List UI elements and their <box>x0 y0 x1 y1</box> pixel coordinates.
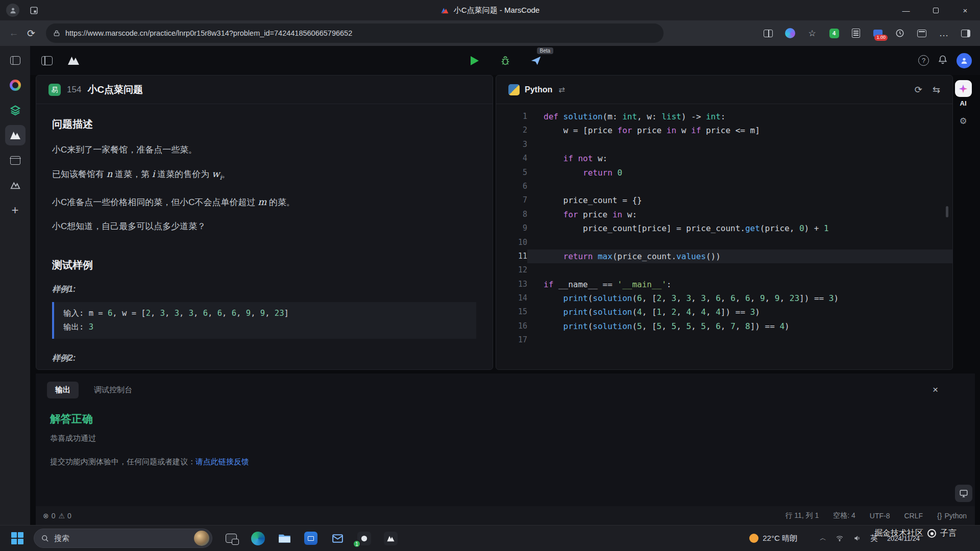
archive-app-icon[interactable] <box>5 150 26 170</box>
code-editor[interactable]: 1def solution(m: int, w: list) -> int:2 … <box>496 105 952 369</box>
split-screen-icon[interactable] <box>759 24 777 42</box>
history-icon[interactable] <box>891 24 909 42</box>
wifi-icon[interactable] <box>836 535 844 542</box>
ai-settings-icon[interactable]: ⚙ <box>959 116 967 127</box>
language-mode[interactable]: {} Python <box>937 512 967 520</box>
code-line[interactable]: 17 <box>496 333 952 347</box>
user-avatar[interactable] <box>957 53 972 68</box>
browser-tab[interactable]: 小C点菜问题 - MarsCode <box>440 0 540 20</box>
code-line[interactable]: 2 w = [price for price in w if price <= … <box>496 123 952 137</box>
refresh-button[interactable]: ⟳ <box>22 24 40 42</box>
notifications-icon[interactable] <box>938 55 948 67</box>
add-app-button[interactable]: + <box>5 200 26 220</box>
language-switch-icon[interactable]: ⇄ <box>558 85 565 94</box>
feedback-link[interactable]: 请点此链接反馈 <box>195 457 249 466</box>
url-text: https://www.marscode.cn/practice/lnrp0r1… <box>65 29 352 37</box>
explorer-taskbar-icon[interactable] <box>277 531 292 546</box>
problems-summary[interactable]: ⊗0 ⚠0 <box>36 512 71 520</box>
watermark: 掘金技术社区 子言 <box>874 528 957 539</box>
window-maximize-button[interactable] <box>921 0 950 20</box>
mail-taskbar-icon[interactable] <box>330 531 345 546</box>
browser-navbar: ← ⟳ https://www.marscode.cn/practice/lnr… <box>0 20 980 46</box>
marscode-logo[interactable] <box>66 55 81 67</box>
favorite-star-icon[interactable]: ☆ <box>803 24 821 42</box>
sidebar-collapse-icon[interactable] <box>41 56 53 65</box>
colorful-app-icon[interactable] <box>5 75 26 95</box>
folder-icon <box>278 532 291 545</box>
layers-app-icon[interactable] <box>5 100 26 120</box>
eol-setting[interactable]: CRLF <box>904 512 923 520</box>
run-controls: Beta <box>468 54 543 68</box>
cursor-position[interactable]: 行 11, 列 1 <box>785 511 819 520</box>
workspaces-icon[interactable] <box>30 6 38 15</box>
tab-debug-console[interactable]: 调试控制台 <box>94 385 132 395</box>
favorites-bar-icon[interactable] <box>913 24 931 42</box>
result-subtitle: 恭喜成功通过 <box>50 434 975 443</box>
help-icon[interactable]: ? <box>918 55 929 66</box>
code-line[interactable]: 3 <box>496 138 952 152</box>
example1-block: 输入: m = 6, w = [2, 3, 3, 3, 6, 6, 6, 9, … <box>52 302 476 339</box>
debug-button[interactable] <box>498 54 512 68</box>
weather-icon <box>749 534 758 543</box>
taskview-button[interactable] <box>224 531 239 546</box>
reset-code-icon[interactable]: ⟳ <box>915 84 922 95</box>
taskbar-search[interactable]: 搜索 <box>34 529 212 548</box>
notification-app-icon[interactable]: 1 <box>356 531 372 546</box>
volume-icon[interactable] <box>853 535 861 542</box>
code-line[interactable]: 16 print(solution(5, [5, 5, 5, 5, 6, 7, … <box>496 319 952 333</box>
code-line[interactable]: 14 print(solution(6, [2, 3, 3, 3, 6, 6, … <box>496 291 952 305</box>
tray-expand-icon[interactable]: ︿ <box>820 534 826 543</box>
submit-button[interactable]: Beta <box>529 54 543 68</box>
code-line[interactable]: 15 print(solution(4, [1, 2, 4, 4, 4]) ==… <box>496 305 952 319</box>
ai-assistant-button[interactable] <box>955 80 972 97</box>
copilot-icon[interactable] <box>781 24 799 42</box>
reading-list-icon[interactable] <box>847 24 865 42</box>
run-button[interactable] <box>468 54 482 68</box>
code-line[interactable]: 7 price_count = {} <box>496 193 952 207</box>
code-line[interactable]: 1def solution(m: int, w: list) -> int: <box>496 110 952 123</box>
code-line[interactable]: 11 return max(price_count.values()) <box>496 249 952 263</box>
store-taskbar-icon[interactable] <box>303 531 318 546</box>
mountain-app-icon[interactable] <box>5 175 26 195</box>
editor-scrollbar-thumb[interactable] <box>946 206 948 217</box>
indent-setting[interactable]: 空格: 4 <box>833 511 855 520</box>
window-minimize-button[interactable]: — <box>891 0 921 20</box>
more-menu-icon[interactable]: … <box>935 24 953 42</box>
feedback-line: 提交功能内测体验中，任何问题或者建议：请点此链接反馈 <box>50 457 975 467</box>
code-line[interactable]: 4 if not w: <box>496 152 952 165</box>
code-line[interactable]: 9 price_count[price] = price_count.get(p… <box>496 221 952 235</box>
tab-panel-icon[interactable] <box>5 50 26 70</box>
taskbar-apps: 1 <box>224 531 398 546</box>
code-line[interactable]: 5 return 0 <box>496 166 952 180</box>
back-button[interactable]: ← <box>5 24 22 42</box>
code-line[interactable]: 8 for price in w: <box>496 208 952 221</box>
start-button[interactable] <box>7 528 28 548</box>
code-text: price_count[price] = price_count.get(pri… <box>527 221 952 235</box>
weather-widget[interactable]: 22°C 晴朗 <box>749 534 797 543</box>
monitor-button[interactable] <box>955 485 972 502</box>
adblock-extension-icon[interactable]: 4 <box>825 24 843 42</box>
search-highlight-image[interactable] <box>194 531 209 546</box>
marscode-app-icon[interactable] <box>5 125 26 145</box>
code-line[interactable]: 13if __name__ == '__main__': <box>496 278 952 291</box>
browser-profile-avatar[interactable] <box>6 4 19 17</box>
window-close-button[interactable]: × <box>950 0 980 20</box>
code-text: print(solution(5, [5, 5, 5, 5, 6, 7, 8])… <box>527 319 952 333</box>
code-line[interactable]: 6 <box>496 180 952 193</box>
problem-title: 小C点菜问题 <box>87 83 143 96</box>
sidebar-toggle-icon[interactable] <box>957 24 975 42</box>
encoding-setting[interactable]: UTF-8 <box>870 512 890 520</box>
address-bar[interactable]: https://www.marscode.cn/practice/lnrp0r1… <box>46 23 664 43</box>
tab-output[interactable]: 输出 <box>47 382 79 398</box>
wallet-extension-icon[interactable]: 1.00 <box>869 24 887 42</box>
compare-code-icon[interactable]: ⇆ <box>933 84 940 95</box>
watermark-author: 子言 <box>940 528 957 539</box>
output-close-icon[interactable]: × <box>933 385 938 394</box>
watermark-community: 掘金技术社区 <box>874 528 923 539</box>
edge-taskbar-icon[interactable] <box>250 531 265 546</box>
marscode-taskbar-icon[interactable] <box>383 531 398 546</box>
problem-paragraph: 小C想知道，自己最多可以点多少道菜？ <box>52 220 476 233</box>
code-line[interactable]: 10 <box>496 236 952 249</box>
tab-title: 小C点菜问题 - MarsCode <box>454 6 540 15</box>
code-line[interactable]: 12 <box>496 263 952 277</box>
